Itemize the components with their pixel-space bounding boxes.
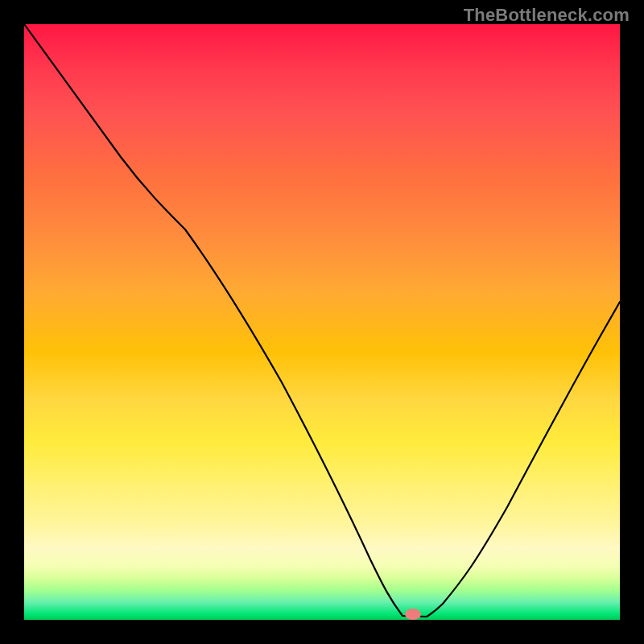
plot-area [24, 24, 620, 620]
watermark-text: TheBottleneck.com [464, 5, 630, 26]
optimal-marker [405, 609, 421, 620]
plot-svg [24, 24, 620, 620]
bottleneck-curve [24, 24, 620, 617]
chart-frame: TheBottleneck.com [0, 0, 644, 644]
